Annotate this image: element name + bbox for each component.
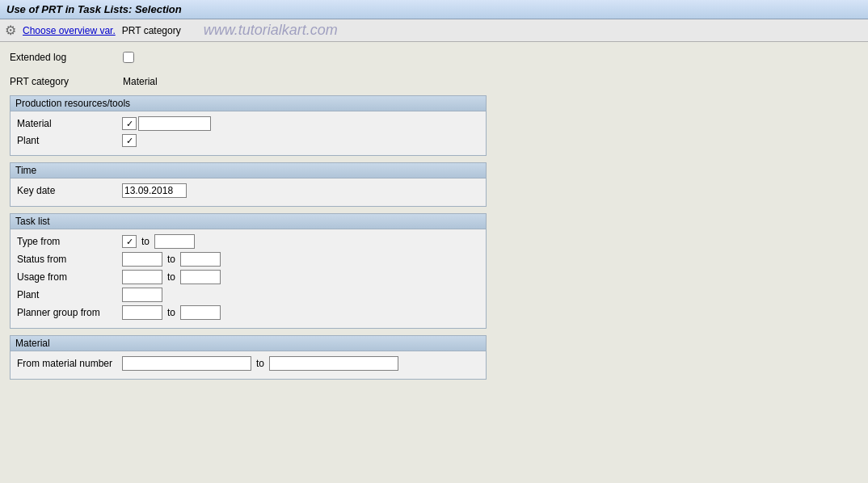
production-section-header: Production resources/tools — [11, 96, 486, 111]
material-input[interactable] — [138, 116, 211, 131]
type-to-input[interactable] — [154, 234, 195, 249]
choose-overview-link[interactable]: Choose overview var. — [23, 25, 116, 36]
planner-group-to-separator: to — [167, 307, 175, 318]
material-label: Material — [17, 118, 122, 129]
material-section-header: Material — [11, 336, 486, 351]
planner-group-row: Planner group from to — [17, 305, 479, 320]
time-section: Time Key date — [10, 162, 487, 207]
material-row: Material ✓ — [17, 116, 479, 131]
key-date-label: Key date — [17, 185, 122, 196]
task-list-section-header: Task list — [11, 214, 486, 229]
key-date-input[interactable] — [122, 183, 187, 198]
prt-category-value: Material — [123, 76, 158, 87]
status-from-input[interactable] — [122, 252, 162, 267]
from-material-label: From material number — [17, 358, 122, 369]
plant-tasklist-input[interactable] — [122, 288, 162, 302]
from-material-input[interactable] — [122, 356, 251, 371]
title-bar: Use of PRT in Task Lists: Selection — [0, 0, 868, 19]
toolbar: ⚙ Choose overview var. PRT category www.… — [0, 19, 868, 42]
production-section: Production resources/tools Material ✓ Pl… — [10, 95, 487, 156]
type-to-separator: to — [141, 236, 150, 247]
key-date-row: Key date — [17, 183, 479, 198]
planner-group-label: Planner group from — [17, 307, 122, 318]
plant-tasklist-row: Plant — [17, 288, 479, 302]
plant-prt-row: Plant ✓ — [17, 134, 479, 147]
prt-category-toolbar-label: PRT category — [122, 25, 181, 36]
type-from-checkbox[interactable]: ✓ — [122, 235, 137, 248]
extended-log-label: Extended log — [10, 52, 123, 63]
settings-icon[interactable]: ⚙ — [5, 23, 16, 38]
plant-prt-label: Plant — [17, 135, 122, 146]
from-material-row: From material number to — [17, 356, 479, 371]
to-material-input[interactable] — [269, 356, 398, 371]
plant-prt-checkbox[interactable]: ✓ — [122, 134, 137, 147]
material-to-separator: to — [256, 358, 264, 369]
type-from-row: Type from ✓ to — [17, 234, 479, 249]
usage-to-separator: to — [167, 271, 175, 283]
material-section: Material From material number to — [10, 335, 487, 380]
usage-to-input[interactable] — [180, 270, 221, 284]
page-title: Use of PRT in Task Lists: Selection — [6, 3, 182, 15]
time-section-header: Time — [11, 163, 486, 178]
main-content: Extended log PRT category Material Produ… — [0, 42, 868, 483]
usage-from-label: Usage from — [17, 271, 122, 283]
status-from-label: Status from — [17, 254, 122, 265]
plant-tasklist-label: Plant — [17, 289, 122, 300]
status-to-separator: to — [167, 254, 175, 265]
type-from-label: Type from — [17, 236, 122, 247]
watermark: www.tutorialkart.com — [204, 22, 338, 39]
usage-from-row: Usage from to — [17, 270, 479, 284]
prt-category-label: PRT category — [10, 76, 123, 87]
planner-group-from-input[interactable] — [122, 305, 162, 320]
extended-log-checkbox[interactable] — [123, 52, 134, 63]
planner-group-to-input[interactable] — [180, 305, 221, 320]
status-to-input[interactable] — [180, 252, 221, 267]
usage-from-input[interactable] — [122, 270, 162, 284]
material-checkbox[interactable]: ✓ — [122, 117, 137, 130]
status-from-row: Status from to — [17, 252, 479, 267]
task-list-section: Task list Type from ✓ to Status from to … — [10, 213, 487, 329]
